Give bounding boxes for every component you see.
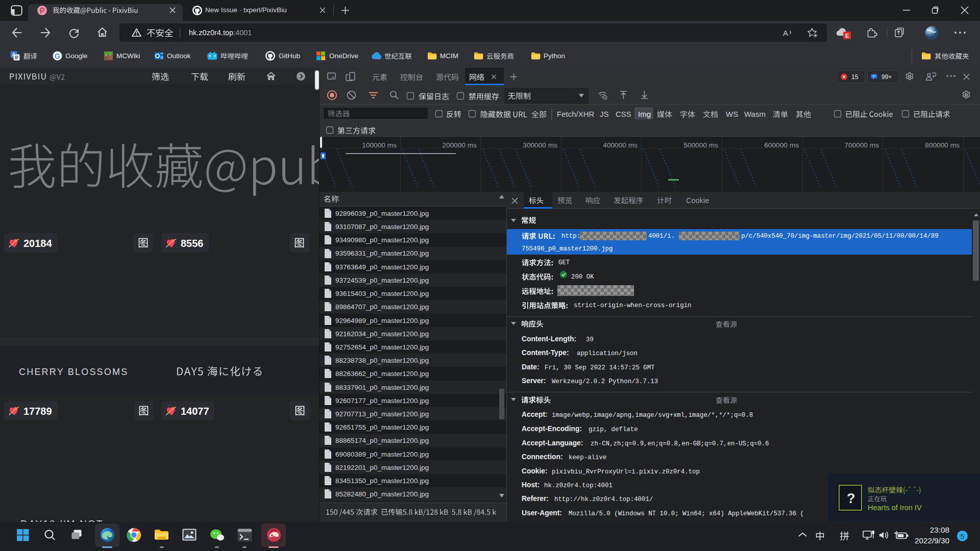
svg-text:5: 5	[961, 532, 965, 540]
svg-text:A: A	[783, 29, 788, 37]
svg-text:G: G	[55, 52, 60, 60]
